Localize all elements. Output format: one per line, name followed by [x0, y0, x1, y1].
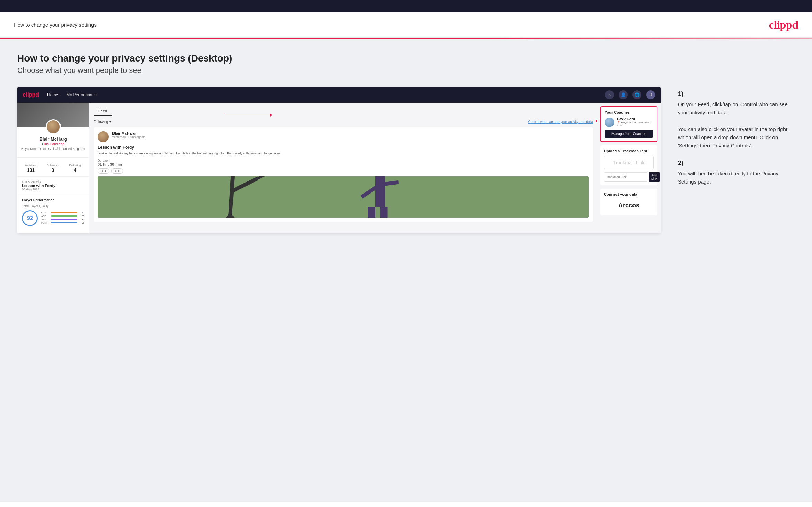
control-privacy-link[interactable]: Control who can see your activity and da…: [528, 120, 593, 124]
avatar-image: [47, 120, 60, 133]
pp-bars: OTT 90 APP 85: [41, 211, 84, 225]
stat-following-value: 4: [69, 167, 81, 173]
coach-info: David Ford 📍 Royal North Devon Golf Club: [617, 117, 653, 127]
feed-tab[interactable]: Feed: [94, 107, 112, 116]
bar-ott: OTT 90: [41, 211, 84, 214]
duration-value: 01 hr : 30 min: [98, 162, 122, 166]
bar-putt-track: [51, 222, 77, 223]
search-icon[interactable]: ⌕: [605, 90, 614, 99]
manage-coaches-button[interactable]: Manage Your Coaches: [605, 130, 653, 138]
instruction-1: 1) On your Feed, click/tap on 'Control w…: [678, 90, 795, 150]
stat-followers-value: 3: [47, 167, 58, 173]
profile-stats: Activities 131 Followers 3 Following 4: [17, 157, 89, 177]
add-link-button[interactable]: Add Link: [649, 172, 660, 182]
score-circle: 92: [22, 210, 38, 226]
svg-line-15: [380, 182, 399, 185]
instruction-2-text: You will then be taken directly to the P…: [678, 169, 795, 186]
svg-rect-12: [368, 207, 375, 217]
feed-tabs: Feed: [94, 107, 593, 116]
person-icon[interactable]: 👤: [619, 90, 628, 99]
activity-meta: Yesterday · Sunningdale: [112, 135, 145, 139]
app-mock-wrapper: clippd Home My Performance ⌕ 👤 🌐 B: [17, 87, 661, 233]
bar-ott-value: 90: [79, 211, 84, 214]
pin-icon: 📍: [617, 121, 620, 124]
bar-ott-label: OTT: [41, 211, 50, 214]
stat-followers-label: Followers: [47, 164, 58, 167]
bar-arg-value: 86: [79, 218, 84, 221]
profile-name: Blair McHarg: [21, 136, 86, 142]
following-bar: Following ▾ Control who can see your act…: [94, 120, 593, 124]
annotation-arrow: [591, 121, 598, 121]
site-footer: Copyright Clippd 2022: [0, 502, 812, 507]
app-nav: clippd Home My Performance ⌕ 👤 🌐 B: [17, 87, 661, 103]
app-mock: clippd Home My Performance ⌕ 👤 🌐 B: [17, 87, 661, 233]
right-panel: Your Coaches David Ford 📍 Royal North De…: [597, 103, 661, 233]
tutorial-subtitle: Choose what you want people to see: [17, 66, 795, 75]
duration-label: Duration: [98, 159, 109, 162]
stat-followers: Followers 3: [47, 161, 58, 173]
bar-putt-label: PUTT: [41, 222, 50, 224]
coach-item: David Ford 📍 Royal North Devon Golf Club: [605, 117, 653, 127]
screenshot-area: clippd Home My Performance ⌕ 👤 🌐 B: [17, 87, 661, 233]
clippd-logo: clippd: [769, 19, 798, 31]
coach-club-name: Royal North Devon Golf Club: [617, 121, 650, 127]
stat-activities-value: 131: [25, 167, 36, 173]
trackman-input-row: Add Link: [604, 172, 654, 182]
activity-card: Blair McHarg Yesterday · Sunningdale Les…: [94, 127, 593, 222]
profile-avatar: [46, 119, 61, 134]
latest-activity-value: Lesson with Fordy: [22, 184, 84, 188]
instruction-2-number: 2): [678, 159, 795, 167]
coaches-title: Your Coaches: [605, 110, 653, 114]
activity-avatar: [98, 131, 109, 142]
coach-name: David Ford: [617, 117, 653, 121]
trackman-input[interactable]: [604, 172, 647, 182]
instruction-1-number: 1): [678, 90, 795, 98]
bar-app: APP 85: [41, 215, 84, 217]
nav-icons: ⌕ 👤 🌐 B: [605, 90, 655, 99]
nav-item-home[interactable]: Home: [47, 92, 58, 97]
activity-tags: OTT APP: [98, 168, 589, 174]
bar-putt: PUTT 96: [41, 222, 84, 224]
trackman-placeholder-text: Trackman Link: [613, 160, 645, 165]
trackman-title: Upload a Trackman Test: [604, 149, 654, 153]
svg-rect-2: [98, 176, 589, 218]
top-bar: [0, 0, 812, 12]
instruction-2: 2) You will then be taken directly to th…: [678, 159, 795, 186]
stat-activities-label: Activities: [25, 164, 36, 167]
bar-app-track: [51, 215, 77, 217]
site-header: How to change your privacy settings clip…: [0, 12, 812, 38]
connect-box: Connect your data Arccos: [600, 189, 657, 215]
activity-header: Blair McHarg Yesterday · Sunningdale: [98, 131, 589, 142]
trackman-box: Upload a Trackman Test Trackman Link Add…: [600, 145, 657, 185]
svg-line-5: [230, 176, 233, 216]
following-button[interactable]: Following ▾: [94, 120, 111, 124]
coach-avatar: [605, 118, 614, 127]
svg-rect-11: [375, 176, 385, 207]
profile-club: Royal North Devon Golf Club, United King…: [21, 147, 86, 151]
avatar-icon[interactable]: B: [646, 90, 655, 99]
content-layout: clippd Home My Performance ⌕ 👤 🌐 B: [17, 87, 795, 233]
stat-following: Following 4: [69, 161, 81, 173]
app-body: Blair McHarg Plus Handicap Royal North D…: [17, 103, 661, 233]
pp-body: 92 OTT 90 APP: [22, 210, 84, 226]
instruction-1-text: On your Feed, click/tap on 'Control who …: [678, 100, 795, 150]
golfer-image-svg: [98, 176, 589, 218]
player-perf-title: Player Performance: [22, 198, 84, 202]
bar-ott-track: [51, 212, 77, 213]
activity-username: Blair McHarg: [112, 131, 145, 135]
activity-title: Lesson with Fordy: [98, 145, 589, 150]
trackman-placeholder: Trackman Link: [604, 156, 654, 169]
total-quality-label: Total Player Quality: [22, 204, 84, 208]
profile-cover: [17, 103, 89, 127]
activity-image: [98, 176, 589, 218]
latest-activity-label: Latest Activity: [22, 180, 84, 184]
profile-handicap: Plus Handicap: [21, 142, 86, 146]
activity-duration: Duration 01 hr : 30 min: [98, 159, 589, 166]
bar-arg-track: [51, 219, 77, 220]
stat-following-label: Following: [69, 164, 81, 167]
coaches-box: Your Coaches David Ford 📍 Royal North De…: [600, 106, 657, 142]
latest-activity-date: 03 Aug 2022: [22, 188, 84, 191]
instructions-area: 1) On your Feed, click/tap on 'Control w…: [678, 87, 795, 196]
nav-item-performance[interactable]: My Performance: [66, 92, 97, 97]
globe-icon[interactable]: 🌐: [632, 90, 641, 99]
